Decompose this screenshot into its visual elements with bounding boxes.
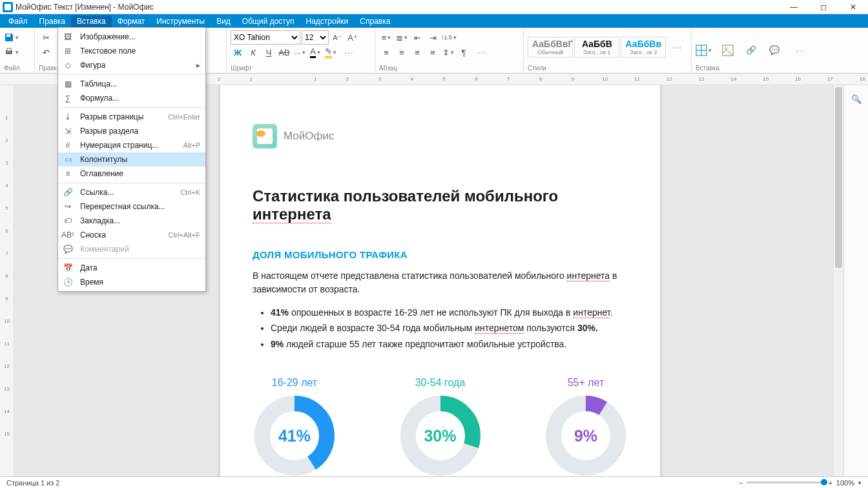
menu-вставка[interactable]: Вставка xyxy=(71,15,112,27)
align-right-button[interactable]: ≡ xyxy=(410,45,424,59)
search-icon[interactable]: 🔍 xyxy=(849,92,863,106)
donut-chart: 55+ лет9% xyxy=(544,377,628,476)
outdent-button[interactable]: ⇤ xyxy=(410,30,424,45)
undo-button[interactable]: ↶ xyxy=(39,45,53,59)
underline-button[interactable]: Ч xyxy=(262,45,276,59)
more-font-button[interactable]: ··· xyxy=(293,45,307,59)
maximize-button[interactable]: ◻ xyxy=(809,0,838,14)
svg-rect-2 xyxy=(6,34,10,37)
menu-item-label: Разрыв страницы xyxy=(80,112,160,121)
highlight-button[interactable]: ✎ xyxy=(324,45,338,59)
donut-chart: 16-29 лет41% xyxy=(253,377,336,476)
menu-item[interactable]: ≡Оглавление xyxy=(58,167,205,181)
menu-item[interactable]: ⊞Текстовое поле xyxy=(58,44,205,58)
menu-item-label: Ссылка... xyxy=(80,188,172,197)
italic-button[interactable]: К xyxy=(246,45,260,59)
insert-more-icon[interactable]: ··· xyxy=(790,45,811,56)
align-left-button[interactable]: ≡ xyxy=(379,45,393,59)
vertical-scrollbar[interactable] xyxy=(833,85,843,476)
cut-button[interactable]: ✂ xyxy=(39,30,53,45)
zoom-dropdown-icon[interactable]: ▾ xyxy=(858,480,862,486)
vertical-align-button[interactable]: ⇕ xyxy=(441,45,455,59)
menu-item[interactable]: 🏷Закладка... xyxy=(58,214,205,228)
menu-общий доступ[interactable]: Общий доступ xyxy=(236,15,300,27)
menu-item[interactable]: 📅Дата xyxy=(58,261,205,275)
menu-item-icon: 🔗 xyxy=(62,187,74,198)
bold-button[interactable]: Ж xyxy=(231,45,245,59)
linespacing-button[interactable]: ↕1.5 xyxy=(441,30,457,45)
save-button[interactable] xyxy=(4,30,19,45)
font-shrink-button[interactable]: A⁻ xyxy=(330,30,344,45)
menu-item[interactable]: ▦Таблица... xyxy=(58,77,205,91)
menu-формат[interactable]: Формат xyxy=(112,15,151,27)
menu-правка[interactable]: Правка xyxy=(34,15,72,27)
zoom-out-button[interactable]: − xyxy=(739,479,743,487)
comment-insert-button[interactable]: 💬 xyxy=(767,43,781,57)
donut-label: 55+ лет xyxy=(544,377,628,389)
align-justify-button[interactable]: ≡ xyxy=(426,45,440,59)
menu-item[interactable]: ⇲Разрыв раздела xyxy=(58,124,205,138)
doc-bullet-list: 41% опрошенных в возрасте 16-29 лет не и… xyxy=(271,305,628,351)
menu-файл[interactable]: Файл xyxy=(3,15,34,27)
font-grow-button[interactable]: A⁺ xyxy=(346,30,360,45)
menu-item-icon: ∑ xyxy=(62,92,74,104)
menu-item[interactable]: ⤓Разрыв страницыCtrl+Enter xyxy=(58,110,205,124)
menu-инструменты[interactable]: Инструменты xyxy=(150,15,211,27)
zoom-slider[interactable] xyxy=(747,482,824,483)
strike-button[interactable]: AB xyxy=(277,45,291,59)
bullets-button[interactable]: ≡ xyxy=(379,30,393,45)
menu-item-label: Текстовое поле xyxy=(80,46,200,56)
menu-надстройки[interactable]: Надстройки xyxy=(300,15,354,27)
menu-item-icon: ⤓ xyxy=(62,111,74,123)
menu-item-icon: 💬 xyxy=(62,243,74,255)
menu-item[interactable]: ▭Колонтитулы xyxy=(58,152,205,167)
image-insert-button[interactable] xyxy=(721,43,735,57)
close-button[interactable]: ✕ xyxy=(838,0,868,14)
table-insert-button[interactable] xyxy=(696,43,712,57)
menu-item-label: Время xyxy=(80,278,200,287)
menu-item[interactable]: #Нумерация страниц...Alt+P xyxy=(58,138,205,152)
menu-item-icon: ◇ xyxy=(62,59,74,71)
menu-item[interactable]: ◇Фигура▸ xyxy=(58,58,205,72)
font-name-select[interactable]: XO Tahion xyxy=(231,30,300,45)
align-center-button[interactable]: ≡ xyxy=(395,45,409,59)
donut-label: 16-29 лет xyxy=(253,377,336,389)
group-file-label: Файл xyxy=(4,65,30,72)
indent-button[interactable]: ⇥ xyxy=(426,30,440,45)
para-more-icon[interactable]: ··· xyxy=(472,47,492,57)
list-item: Среди людей в возрасте 30-54 года мобиль… xyxy=(271,321,628,335)
menu-item-label: Разрыв раздела xyxy=(80,127,200,136)
font-more-icon[interactable]: ··· xyxy=(339,47,359,57)
submenu-arrow-icon: ▸ xyxy=(196,61,200,70)
menu-item-icon: ≡ xyxy=(62,168,74,179)
print-button[interactable] xyxy=(4,45,19,59)
menu-справка[interactable]: Справка xyxy=(354,15,396,27)
logo-text: МойОфис xyxy=(284,130,335,143)
font-color-button[interactable]: A xyxy=(308,45,322,59)
menu-вид[interactable]: Вид xyxy=(211,15,236,27)
menu-item[interactable]: ↪Перекрестная ссылка... xyxy=(58,199,205,214)
menu-item: 💬Комментарий xyxy=(58,242,205,256)
menu-item-shortcut: Ctrl+K xyxy=(180,188,200,196)
menu-item[interactable]: 🕒Время xyxy=(58,275,205,289)
menu-item-icon: ▭ xyxy=(62,154,74,165)
style-preset[interactable]: АаБбВЗаго...ок 1 xyxy=(574,37,619,57)
menu-item-label: Изображение... xyxy=(80,32,200,41)
style-preset[interactable]: АаБбВвЗаго...ок 2 xyxy=(621,37,666,57)
doc-paragraph: В настоящем отчете представлена статисти… xyxy=(253,269,628,296)
svg-rect-4 xyxy=(7,48,11,51)
menu-item-label: Колонтитулы xyxy=(80,155,200,164)
styles-more-icon[interactable]: ··· xyxy=(667,42,687,52)
font-size-select[interactable]: 12 xyxy=(302,30,329,45)
zoom-in-button[interactable]: + xyxy=(828,479,832,487)
numbering-button[interactable]: ≣ xyxy=(395,30,409,45)
pilcrow-button[interactable]: ¶ xyxy=(457,45,471,59)
minimize-button[interactable]: — xyxy=(779,0,809,14)
menu-item-icon: 📅 xyxy=(62,262,74,274)
style-preset[interactable]: АаБбВвГОбычный xyxy=(528,37,573,57)
menu-item[interactable]: 🖼Изображение... xyxy=(58,30,205,44)
menu-item[interactable]: 🔗Ссылка...Ctrl+K xyxy=(58,185,205,199)
link-insert-button[interactable]: 🔗 xyxy=(744,43,758,57)
menu-item[interactable]: AB¹СноскаCtrl+Alt+F xyxy=(58,228,205,242)
menu-item[interactable]: ∑Формула... xyxy=(58,91,205,105)
